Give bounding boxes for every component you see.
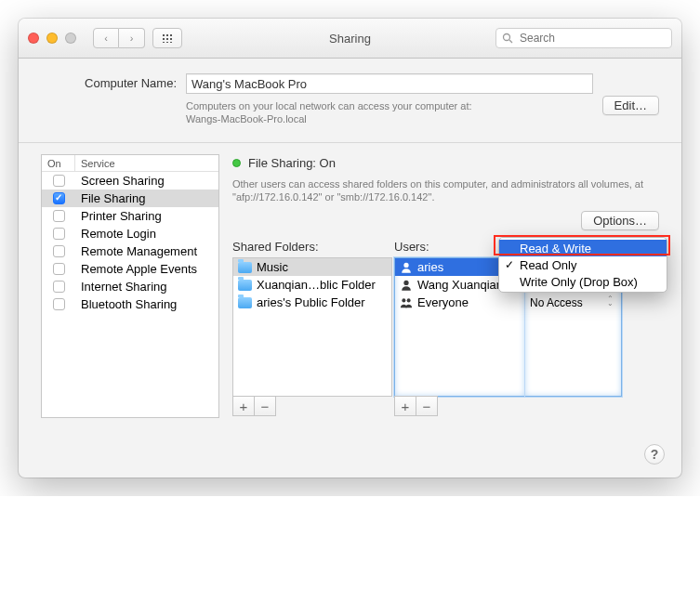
- folder-icon: [238, 280, 252, 291]
- search-field[interactable]: [495, 28, 672, 48]
- shared-folders-title: Shared Folders:: [232, 240, 392, 257]
- svg-point-5: [407, 298, 411, 302]
- status-dot-icon: [232, 159, 241, 167]
- nav-buttons: ‹ ›: [93, 28, 145, 48]
- permission-popup-menu[interactable]: Read & Write✓Read OnlyWrite Only (Drop B…: [498, 237, 667, 293]
- service-label: Remote Management: [75, 244, 218, 258]
- add-user-button[interactable]: +: [394, 396, 416, 416]
- group-icon: [400, 296, 413, 309]
- search-input[interactable]: [518, 31, 666, 46]
- person-icon: [400, 261, 413, 274]
- service-row[interactable]: Screen Sharing: [42, 172, 218, 190]
- service-label: Internet Sharing: [75, 280, 218, 294]
- permission-menu-item[interactable]: ✓Read Only: [499, 256, 667, 273]
- chevron-left-icon: ‹: [104, 33, 108, 44]
- service-row[interactable]: Remote Management: [42, 242, 218, 260]
- service-checkbox[interactable]: [53, 192, 65, 204]
- service-label: Screen Sharing: [75, 174, 218, 188]
- permission-cell[interactable]: No Access: [525, 294, 621, 311]
- svg-point-2: [403, 262, 408, 267]
- computer-name-section: Computer Name: Computers on your local n…: [19, 59, 681, 143]
- add-folder-button[interactable]: +: [232, 396, 255, 416]
- service-row[interactable]: Printer Sharing: [42, 207, 218, 225]
- service-row[interactable]: Bluetooth Sharing: [42, 295, 218, 313]
- minus-icon: −: [423, 399, 431, 414]
- service-row[interactable]: Remote Login: [42, 225, 218, 242]
- folder-icon: [238, 297, 252, 308]
- plus-icon: +: [240, 399, 248, 414]
- service-checkbox[interactable]: [53, 281, 65, 293]
- plus-icon: +: [402, 399, 410, 414]
- service-checkbox[interactable]: [53, 175, 65, 187]
- service-header-service: Service: [75, 155, 218, 171]
- person-icon: [400, 279, 413, 292]
- edit-hostname-button[interactable]: Edit…: [602, 96, 659, 115]
- check-icon: ✓: [505, 258, 514, 271]
- svg-point-3: [403, 280, 408, 284]
- status-description: Other users can access shared folders on…: [232, 177, 659, 203]
- service-label: File Sharing: [75, 191, 218, 205]
- service-checkbox[interactable]: [53, 228, 65, 240]
- remove-user-button[interactable]: −: [416, 396, 438, 416]
- service-row[interactable]: File Sharing: [42, 190, 218, 207]
- remove-folder-button[interactable]: −: [254, 396, 276, 416]
- service-checkbox[interactable]: [53, 263, 65, 275]
- forward-button[interactable]: ›: [119, 28, 145, 48]
- service-label: Remote Login: [75, 227, 218, 241]
- permission-menu-item[interactable]: Read & Write: [499, 240, 667, 256]
- permission-menu-item[interactable]: Write Only (Drop Box): [499, 273, 667, 290]
- service-header-on: On: [42, 155, 75, 171]
- folder-row[interactable]: Music: [233, 258, 391, 276]
- grid-icon: [162, 33, 173, 43]
- computer-name-label: Computer Name:: [41, 73, 177, 90]
- service-row[interactable]: Internet Sharing: [42, 278, 218, 295]
- options-button[interactable]: Options…: [581, 211, 659, 230]
- help-icon: ?: [651, 447, 659, 462]
- user-row[interactable]: Everyone: [395, 294, 524, 311]
- service-checkbox[interactable]: [53, 298, 65, 310]
- window-controls: [28, 33, 76, 44]
- folder-row[interactable]: Xuanqian…blic Folder: [233, 276, 391, 294]
- status-title: File Sharing: On: [248, 156, 336, 170]
- zoom-window-button[interactable]: [65, 33, 76, 44]
- back-button[interactable]: ‹: [93, 28, 119, 48]
- folder-row[interactable]: aries's Public Folder: [233, 294, 391, 311]
- service-checkbox[interactable]: [53, 245, 65, 257]
- service-checkbox[interactable]: [53, 210, 65, 222]
- svg-point-4: [402, 298, 405, 302]
- service-row[interactable]: Remote Apple Events: [42, 260, 218, 278]
- help-button[interactable]: ?: [644, 444, 665, 465]
- chevron-updown-icon: [607, 296, 616, 309]
- service-label: Remote Apple Events: [75, 262, 218, 276]
- svg-line-1: [509, 40, 512, 43]
- minimize-window-button[interactable]: [46, 33, 58, 44]
- titlebar: ‹ › Sharing: [19, 19, 681, 59]
- service-label: Bluetooth Sharing: [75, 297, 218, 311]
- service-detail: File Sharing: On Other users can access …: [232, 154, 659, 418]
- shared-folders-list[interactable]: MusicXuanqian…blic Folderaries's Public …: [232, 257, 392, 397]
- show-all-button[interactable]: [152, 28, 182, 48]
- service-label: Printer Sharing: [75, 209, 218, 223]
- shared-folders-panel: Shared Folders: MusicXuanqian…blic Folde…: [232, 240, 392, 416]
- computer-name-subtext: Computers on your local network can acce…: [186, 99, 593, 125]
- chevron-right-icon: ›: [130, 33, 134, 44]
- svg-point-0: [504, 34, 510, 41]
- close-window-button[interactable]: [28, 33, 39, 44]
- folder-icon: [238, 262, 252, 273]
- sharing-preferences-window: ‹ › Sharing Computer Name: Computers on …: [19, 19, 681, 478]
- minus-icon: −: [261, 399, 270, 414]
- service-list[interactable]: On Service Screen Sharing File Sharing P…: [41, 154, 219, 418]
- computer-name-field[interactable]: [186, 73, 593, 94]
- window-body: Computer Name: Computers on your local n…: [19, 59, 681, 478]
- sharing-lower-section: On Service Screen Sharing File Sharing P…: [19, 143, 681, 438]
- search-icon: [502, 33, 513, 44]
